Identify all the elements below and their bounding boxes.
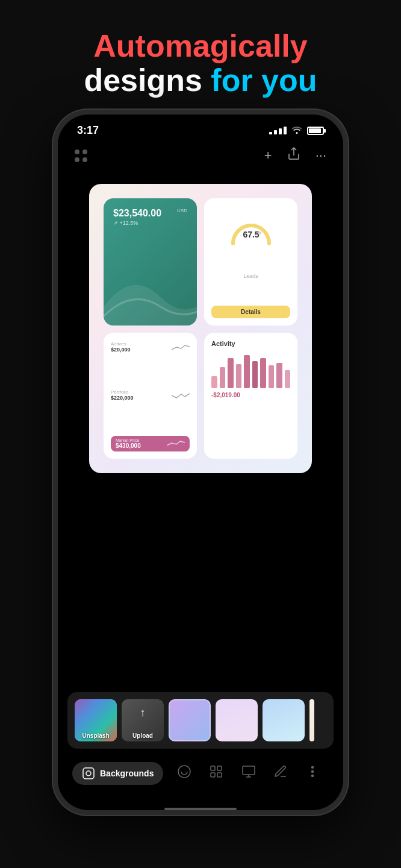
signal-icon (269, 127, 287, 134)
svg-rect-9 (211, 773, 215, 777)
backgrounds-icon (82, 767, 95, 780)
thumb-grad1[interactable] (169, 699, 211, 741)
thumbnail-strip: Unsplash ↑ Upload (67, 692, 334, 749)
portfolio-chart (172, 391, 190, 400)
tab-backgrounds-label: Backgrounds (100, 769, 154, 778)
app-toolbar: + ··· (58, 142, 343, 172)
thumb-unsplash[interactable]: Unsplash (75, 699, 117, 741)
thumb-unsplash-label: Unsplash (75, 732, 117, 739)
svg-rect-10 (217, 773, 222, 777)
design-canvas: $23,540.00 USD ↗ +12.5% (89, 184, 312, 473)
home-indicator (164, 808, 237, 810)
tab-backgrounds[interactable]: Backgrounds (72, 762, 163, 785)
svg-rect-8 (217, 766, 222, 770)
actives-chart (172, 342, 190, 351)
card-main-change: ↗ +12.5% (113, 220, 187, 226)
thumb-upload[interactable]: ↑ Upload (122, 699, 164, 741)
phone-frame: 3:17 (53, 110, 348, 815)
hero-line2: designs for you (0, 63, 401, 98)
actives-value: $20,000 (111, 347, 131, 353)
details-button[interactable]: Details (211, 306, 290, 318)
phone-screen: 3:17 (58, 115, 343, 810)
thumb-grad3[interactable] (263, 699, 305, 741)
nav-layers-icon[interactable] (172, 760, 196, 787)
card-leads: 67.5 % Leads Details (204, 198, 297, 326)
svg-text:67.5: 67.5 (243, 230, 259, 239)
thumb-upload-label: Upload (122, 732, 164, 739)
svg-rect-11 (243, 766, 255, 775)
bottom-section: Unsplash ↑ Upload (58, 692, 343, 810)
thumb-strip (309, 699, 314, 741)
svg-rect-7 (211, 766, 215, 770)
gauge-chart: 67.5 % (227, 210, 275, 247)
card-activity: Activity (204, 333, 297, 459)
nav-style-icon[interactable] (204, 760, 228, 787)
market-chart (167, 439, 185, 448)
leads-label: Leads (243, 273, 258, 279)
dynamic-island (164, 122, 237, 142)
phone-container: 3:17 (0, 110, 401, 815)
nav-layout-icon[interactable] (237, 760, 261, 787)
activity-chart (211, 352, 290, 388)
status-bar: 3:17 (58, 115, 343, 142)
bottom-nav: Backgrounds (58, 753, 343, 805)
more-button[interactable]: ··· (316, 148, 326, 163)
hero-section: Automagically designs for you (0, 0, 401, 110)
actives-label: Actives (111, 341, 131, 347)
grid-icon[interactable] (75, 149, 87, 162)
svg-point-6 (178, 766, 190, 778)
wave-chart (104, 250, 197, 326)
nav-more-icon[interactable] (300, 760, 325, 787)
hero-designs: designs (84, 63, 211, 98)
activity-value: -$2,019.00 (211, 392, 290, 398)
svg-text:%: % (257, 231, 261, 235)
svg-point-15 (312, 771, 314, 773)
card-main: $23,540.00 USD ↗ +12.5% (104, 198, 197, 326)
nav-icons-right (168, 760, 329, 787)
card-stats: Actives $20,000 Portfolio (104, 333, 197, 459)
canvas-area: $23,540.00 USD ↗ +12.5% (58, 172, 343, 485)
status-time: 3:17 (77, 124, 99, 137)
market-label: Market Price (116, 438, 141, 442)
svg-point-5 (86, 771, 91, 776)
card-main-currency: USD (177, 208, 187, 213)
battery-icon (307, 127, 324, 135)
card-main-amount: $23,540.00 (113, 208, 187, 219)
market-row: Market Price $430,000 (111, 436, 190, 451)
portfolio-label: Portfolio (111, 389, 134, 395)
svg-rect-4 (83, 768, 94, 779)
activity-title: Activity (211, 340, 290, 347)
share-button[interactable] (287, 146, 301, 165)
thumb-grad2[interactable] (216, 699, 258, 741)
hero-line1: Automagically (0, 29, 401, 63)
nav-edit-icon[interactable] (269, 760, 293, 787)
svg-point-14 (312, 767, 314, 769)
status-icons (269, 125, 324, 136)
svg-point-16 (312, 775, 314, 777)
wifi-icon (291, 125, 302, 136)
hero-foryou: for you (211, 63, 317, 98)
dashboard-grid: $23,540.00 USD ↗ +12.5% (104, 198, 297, 459)
toolbar-right: + ··· (264, 146, 326, 165)
market-value: $430,000 (116, 442, 141, 449)
add-button[interactable]: + (264, 148, 272, 163)
hero-automagically: Automagically (93, 28, 307, 63)
portfolio-value: $220,000 (111, 395, 134, 401)
